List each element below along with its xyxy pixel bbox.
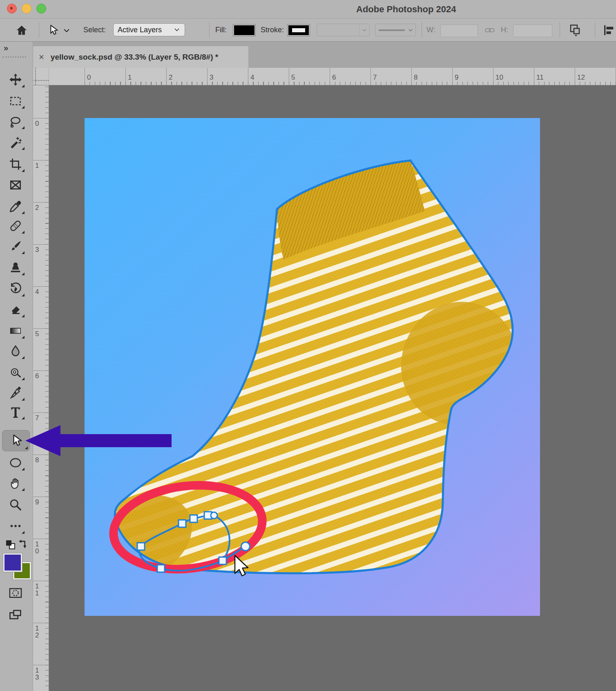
height-label: H: — [501, 26, 508, 34]
ruler-number: 12 — [577, 74, 585, 82]
pasteboard — [49, 85, 616, 691]
ruler-number: 11 — [536, 74, 544, 82]
close-tab-icon[interactable]: × — [39, 53, 44, 62]
ruler-number: 7 — [373, 74, 377, 82]
tool-preset-chevron-icon[interactable] — [62, 26, 71, 35]
close-window-button[interactable] — [7, 4, 17, 13]
ruler-number: 6 — [35, 372, 41, 379]
move-tool[interactable] — [5, 70, 26, 89]
ruler-number: 6 — [332, 74, 336, 82]
ruler-number: 3 — [210, 74, 213, 82]
vertical-ruler[interactable]: 1012345678910111213 — [33, 68, 49, 691]
anchor-point[interactable] — [179, 520, 186, 527]
select-mode-value: Active Layers — [118, 26, 173, 34]
link-icon[interactable] — [484, 25, 495, 36]
ruler-origin-corner[interactable] — [33, 68, 49, 85]
direct-selection-tool[interactable] — [2, 430, 30, 451]
rectangular-marquee-tool[interactable] — [5, 91, 26, 110]
stroke-type-line-preview — [379, 29, 405, 31]
anchor-point-round[interactable] — [211, 512, 217, 519]
align-icon[interactable] — [603, 24, 615, 36]
quick-selection-tool[interactable] — [5, 133, 26, 152]
ellipse-icon — [9, 456, 22, 470]
brush-tool[interactable] — [5, 237, 26, 256]
lasso-tool[interactable] — [5, 112, 26, 131]
fill-label: Fill: — [215, 26, 227, 34]
select-label: Select: — [83, 26, 106, 34]
default-colors-icon[interactable] — [4, 538, 18, 552]
blur-tool[interactable] — [5, 342, 26, 361]
eyedropper-tool[interactable] — [5, 197, 26, 216]
fullscreen-window-button[interactable] — [36, 4, 46, 13]
anchor-point[interactable] — [219, 557, 226, 564]
tools-panel-header: » — [0, 42, 33, 68]
document-tab[interactable]: × yellow_sock.psd @ 33.3% (Layer 5, RGB/… — [33, 46, 248, 68]
ruler-number: 5 — [35, 330, 41, 337]
ruler-number: 0 — [35, 120, 41, 127]
move-icon — [9, 73, 22, 87]
gradient-tool[interactable] — [5, 321, 26, 340]
anchor-point[interactable] — [157, 565, 165, 572]
dodge-tool[interactable] — [5, 363, 26, 382]
frame-tool[interactable] — [5, 176, 26, 194]
tools-panel — [0, 68, 33, 691]
ruler-number: 8 — [35, 457, 41, 464]
ruler-number: 3 — [35, 246, 41, 253]
minimize-window-button[interactable] — [22, 4, 31, 13]
ruler-number: 10 — [35, 541, 41, 555]
ruler-number: 1 — [128, 74, 132, 82]
edit-toolbar[interactable] — [5, 517, 26, 535]
frame-icon — [9, 178, 22, 192]
hand-tool[interactable] — [5, 474, 26, 493]
ruler-number: 2 — [169, 74, 172, 82]
eyedropper-icon — [9, 199, 22, 213]
type-icon — [9, 405, 22, 419]
path-operations-icon[interactable] — [569, 24, 582, 37]
stroke-type-dropdown[interactable] — [375, 24, 416, 36]
width-input[interactable] — [440, 25, 478, 37]
healing-brush-tool[interactable] — [5, 216, 26, 235]
document-tab-bar: » × yellow_sock.psd @ 33.3% (Layer 5, RG… — [0, 42, 616, 68]
clone-stamp-tool[interactable] — [5, 258, 26, 277]
anchor-point[interactable] — [190, 515, 197, 522]
eraser-icon — [9, 303, 22, 317]
magic-wand-icon — [9, 135, 22, 149]
zoom-tool[interactable] — [5, 495, 26, 514]
ruler-number: 4 — [35, 288, 41, 295]
canvas-artwork — [85, 118, 540, 616]
document-canvas[interactable] — [85, 118, 540, 616]
stroke-color-swatch[interactable] — [287, 24, 310, 36]
eraser-tool[interactable] — [5, 300, 26, 319]
fill-color-swatch[interactable] — [233, 24, 256, 36]
crop-tool[interactable] — [5, 155, 26, 174]
swap-colors-icon[interactable] — [17, 538, 29, 551]
history-brush-tool[interactable] — [5, 279, 26, 298]
select-mode-dropdown[interactable]: Active Layers — [113, 23, 185, 36]
height-input[interactable] — [513, 25, 552, 37]
ruler-number: 8 — [414, 74, 417, 82]
ruler-number: 12 — [35, 625, 41, 639]
horizontal-ruler[interactable]: 0123456789101112 — [49, 68, 616, 85]
yellow-sock-image — [85, 160, 534, 595]
stroke-label: Stroke: — [261, 26, 284, 34]
document-tab-title: yellow_sock.psd @ 33.3% (Layer 5, RGB/8#… — [51, 53, 218, 62]
window-title: Adobe Photoshop 2024 — [356, 4, 456, 15]
ruler-number: 7 — [35, 415, 41, 421]
width-label: W: — [426, 26, 435, 34]
foreground-color-swatch[interactable] — [3, 553, 22, 572]
type-tool[interactable] — [5, 402, 26, 421]
quick-mask-icon[interactable] — [8, 586, 23, 600]
ruler-number: 4 — [250, 74, 254, 82]
direction-handle[interactable] — [241, 542, 250, 551]
panel-grip[interactable] — [2, 56, 26, 58]
home-icon[interactable] — [16, 24, 28, 36]
screen-mode-icon[interactable] — [7, 608, 24, 622]
stroke-width-dropdown[interactable] — [317, 24, 370, 36]
pen-tool[interactable] — [5, 383, 26, 402]
anchor-point[interactable] — [137, 543, 145, 550]
stamp-icon — [9, 261, 22, 274]
ruler-number: 0 — [87, 74, 91, 82]
collapse-panel-icon[interactable]: » — [4, 43, 7, 53]
ellipse-tool[interactable] — [5, 453, 26, 472]
dodge-icon — [9, 366, 22, 379]
